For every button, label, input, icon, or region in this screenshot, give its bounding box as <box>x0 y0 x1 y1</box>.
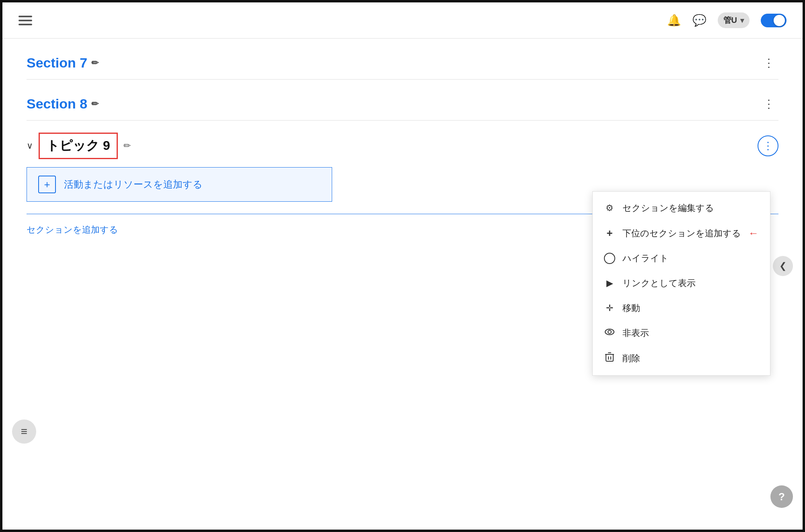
user-avatar[interactable]: 管U ▾ <box>718 12 750 28</box>
section7-more-button[interactable]: ⋮ <box>759 55 778 71</box>
section8-header: Section 8 ✏ ⋮ <box>27 96 778 112</box>
section7-header: Section 7 ✏ ⋮ <box>27 55 778 71</box>
topic9-more-button[interactable]: ⋮ <box>758 135 778 156</box>
chat-icon[interactable]: 💬 <box>692 14 706 27</box>
topic9-chevron-icon[interactable]: ∨ <box>27 141 33 151</box>
dark-mode-toggle[interactable] <box>761 14 787 27</box>
add-sub-section-icon: + <box>604 227 615 239</box>
link-display-icon: ▶ <box>604 278 615 289</box>
help-button[interactable]: ? <box>770 485 793 508</box>
add-activity-plus-icon: + <box>38 176 56 193</box>
header-left <box>18 16 32 25</box>
edit-section-label: セクションを編集する <box>622 202 714 214</box>
header-right: 🔔 💬 管U ▾ <box>667 12 787 28</box>
context-menu-item-hide[interactable]: 非表示 <box>593 321 770 346</box>
arrow-red-icon: ← <box>748 227 759 239</box>
sidebar-toggle-button[interactable]: ≡ <box>12 419 36 444</box>
hide-icon <box>604 328 615 338</box>
context-menu-item-highlight[interactable]: ハイライト <box>593 246 770 271</box>
header: 🔔 💬 管U ▾ <box>2 2 803 39</box>
svg-rect-2 <box>606 354 613 361</box>
sidebar-toggle-icon: ≡ <box>21 425 27 438</box>
right-collapse-button[interactable]: ❮ <box>773 256 793 276</box>
section8-more-button[interactable]: ⋮ <box>759 96 778 112</box>
svg-point-1 <box>608 330 611 334</box>
section7-title: Section 7 ✏ <box>27 55 99 71</box>
topic9-header: ∨ トピック 9 ✏ ⋮ <box>27 133 778 159</box>
add-activity-text: 活動またはリソースを追加する <box>64 178 203 191</box>
add-sub-section-label: 下位のセクションを追加する <box>622 227 741 239</box>
collapse-icon: ❮ <box>779 261 787 271</box>
context-menu-item-edit[interactable]: ⚙ セクションを編集する <box>593 196 770 221</box>
user-label: 管U <box>723 15 737 26</box>
section8-title: Section 8 ✏ <box>27 96 99 112</box>
move-label: 移動 <box>622 302 640 314</box>
context-menu-item-move[interactable]: ✛ 移動 <box>593 296 770 321</box>
delete-label: 削除 <box>622 352 640 364</box>
highlight-label: ハイライト <box>622 252 669 264</box>
hamburger-menu[interactable] <box>18 16 32 25</box>
link-display-label: リンクとして表示 <box>622 277 696 289</box>
delete-icon <box>604 352 615 365</box>
section7-title-text: Section 7 <box>27 55 87 71</box>
help-icon: ? <box>778 491 785 503</box>
context-menu: ⚙ セクションを編集する + 下位のセクションを追加する ← ハイライト ▶ リ… <box>592 191 770 376</box>
chevron-down-icon: ▾ <box>740 16 744 25</box>
add-section-link[interactable]: セクションを追加する <box>27 225 118 235</box>
section8-block: Section 8 ✏ ⋮ <box>27 80 778 121</box>
add-activity-box[interactable]: + 活動またはリソースを追加する <box>27 167 332 202</box>
topic9-name-text: トピック 9 <box>46 138 110 153</box>
edit-section-icon: ⚙ <box>604 203 615 213</box>
topic9-name-box: トピック 9 <box>39 133 118 159</box>
section7-edit-icon[interactable]: ✏ <box>91 58 99 68</box>
hide-label: 非表示 <box>622 327 649 339</box>
topic9-more-icon: ⋮ <box>763 140 773 152</box>
section7-block: Section 7 ✏ ⋮ <box>27 39 778 80</box>
context-menu-item-link[interactable]: ▶ リンクとして表示 <box>593 271 770 296</box>
section8-title-text: Section 8 <box>27 96 87 112</box>
context-menu-item-delete[interactable]: 削除 <box>593 346 770 371</box>
context-menu-item-add-sub[interactable]: + 下位のセクションを追加する ← <box>593 221 770 246</box>
topic9-edit-icon[interactable]: ✏ <box>123 141 131 151</box>
highlight-icon <box>604 253 615 264</box>
move-icon: ✛ <box>604 303 615 313</box>
bell-icon[interactable]: 🔔 <box>667 14 681 27</box>
section8-edit-icon[interactable]: ✏ <box>91 99 99 109</box>
topic9-title-area: ∨ トピック 9 ✏ <box>27 133 131 159</box>
